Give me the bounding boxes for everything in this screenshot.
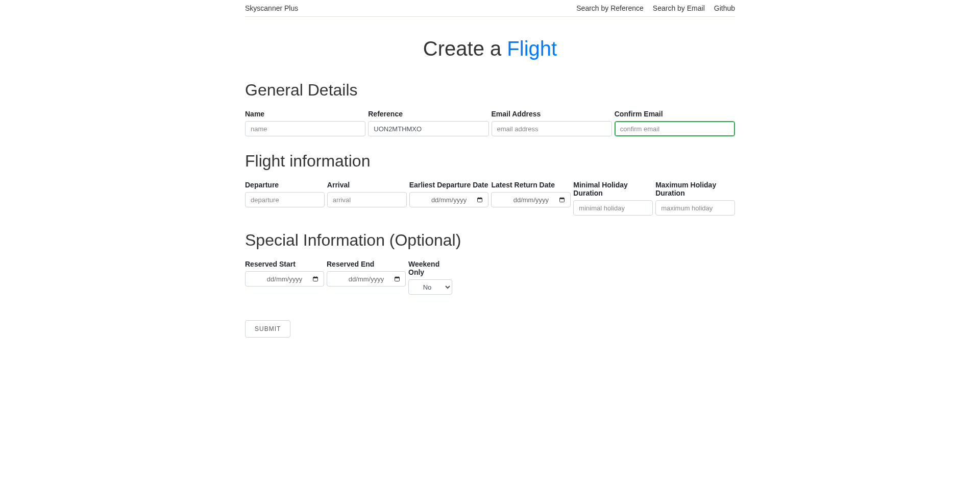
max-holiday-input[interactable] bbox=[655, 200, 735, 216]
form-group-reserved-start: Reserved Start dd/mm/yyyy bbox=[245, 260, 324, 295]
submit-button[interactable]: Submit bbox=[245, 320, 290, 338]
navbar-links: Search by Reference Search by Email Gith… bbox=[576, 4, 735, 12]
section-heading-general: General Details bbox=[245, 81, 735, 100]
form-group-min-holiday: Minimal Holiday Duration bbox=[573, 181, 653, 216]
email-label: Email Address bbox=[492, 110, 612, 118]
nav-link-search-email[interactable]: Search by Email bbox=[653, 4, 705, 12]
name-input[interactable] bbox=[245, 121, 365, 136]
latest-return-label: Latest Return Date bbox=[491, 181, 571, 189]
earliest-departure-placeholder: dd/mm/yyyy bbox=[431, 196, 467, 204]
section-heading-special: Special Information (Optional) bbox=[245, 231, 735, 250]
weekend-only-select[interactable]: No bbox=[408, 279, 452, 295]
flight-info-row: Departure Arrival Earliest Departure Dat… bbox=[245, 181, 735, 216]
navbar: Skyscanner Plus Search by Reference Sear… bbox=[245, 0, 735, 17]
min-holiday-input[interactable] bbox=[573, 200, 653, 216]
svg-rect-13 bbox=[395, 277, 400, 279]
reference-input[interactable] bbox=[368, 121, 488, 136]
departure-input[interactable] bbox=[245, 192, 325, 207]
calendar-icon bbox=[477, 197, 483, 203]
form-group-departure: Departure bbox=[245, 181, 325, 216]
reserved-end-label: Reserved End bbox=[327, 260, 406, 268]
general-details-row: Name Reference Email Address Confirm Ema… bbox=[245, 110, 735, 136]
reserved-start-label: Reserved Start bbox=[245, 260, 324, 268]
navbar-brand[interactable]: Skyscanner Plus bbox=[245, 4, 298, 12]
departure-label: Departure bbox=[245, 181, 325, 189]
max-holiday-label: Maximum Holiday Duration bbox=[655, 181, 735, 197]
reserved-start-input[interactable]: dd/mm/yyyy bbox=[245, 271, 324, 287]
email-input[interactable] bbox=[492, 121, 612, 136]
section-heading-flight: Flight information bbox=[245, 152, 735, 171]
name-label: Name bbox=[245, 110, 365, 118]
weekend-only-label: Weekend Only bbox=[408, 260, 452, 276]
svg-rect-9 bbox=[313, 277, 318, 279]
form-group-weekend-only: Weekend Only No bbox=[408, 260, 452, 295]
form-group-earliest-departure: Earliest Departure Date dd/mm/yyyy bbox=[409, 181, 489, 216]
page-title: Create a Flight bbox=[245, 37, 735, 60]
form-group-name: Name bbox=[245, 110, 365, 136]
arrival-input[interactable] bbox=[327, 192, 407, 207]
svg-rect-5 bbox=[560, 198, 565, 200]
calendar-icon bbox=[312, 276, 318, 282]
latest-return-placeholder: dd/mm/yyyy bbox=[513, 196, 549, 204]
latest-return-input[interactable]: dd/mm/yyyy bbox=[491, 192, 571, 207]
form-group-email: Email Address bbox=[492, 110, 612, 136]
page-title-accent: Flight bbox=[507, 37, 557, 60]
form-group-arrival: Arrival bbox=[327, 181, 407, 216]
nav-link-search-reference[interactable]: Search by Reference bbox=[576, 4, 644, 12]
form-group-confirm-email: Confirm Email bbox=[615, 110, 735, 136]
reserved-end-input[interactable]: dd/mm/yyyy bbox=[327, 271, 406, 287]
confirm-email-label: Confirm Email bbox=[615, 110, 735, 118]
page-title-prefix: Create a bbox=[423, 37, 507, 60]
special-info-row: Reserved Start dd/mm/yyyy Reserved End d… bbox=[245, 260, 735, 295]
reserved-start-placeholder: dd/mm/yyyy bbox=[267, 275, 302, 283]
reserved-end-placeholder: dd/mm/yyyy bbox=[349, 275, 384, 283]
arrival-label: Arrival bbox=[327, 181, 407, 189]
min-holiday-label: Minimal Holiday Duration bbox=[573, 181, 653, 197]
earliest-departure-input[interactable]: dd/mm/yyyy bbox=[409, 192, 489, 207]
reference-label: Reference bbox=[368, 110, 488, 118]
earliest-departure-label: Earliest Departure Date bbox=[409, 181, 489, 189]
confirm-email-input[interactable] bbox=[615, 121, 735, 136]
form-group-reserved-end: Reserved End dd/mm/yyyy bbox=[327, 260, 406, 295]
calendar-icon bbox=[559, 197, 565, 203]
nav-link-github[interactable]: Github bbox=[714, 4, 735, 12]
form-group-latest-return: Latest Return Date dd/mm/yyyy bbox=[491, 181, 571, 216]
form-group-max-holiday: Maximum Holiday Duration bbox=[655, 181, 735, 216]
form-group-reference: Reference bbox=[368, 110, 488, 136]
calendar-icon bbox=[394, 276, 400, 282]
svg-rect-1 bbox=[478, 198, 482, 200]
